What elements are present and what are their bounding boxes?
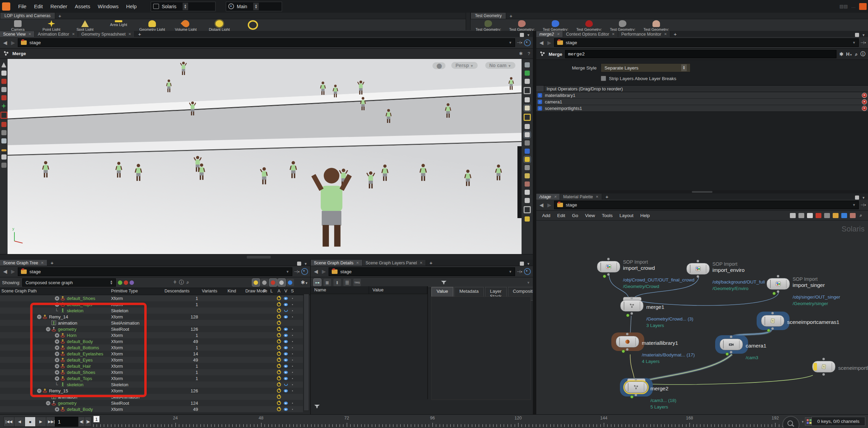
stage-graph-icon[interactable] (130, 280, 134, 285)
secure-selection-icon[interactable] (1, 71, 7, 76)
expand-icon[interactable]: + (55, 407, 59, 412)
param-forward-button[interactable]: ▶ (546, 40, 552, 46)
shelf-tool-distant-light[interactable]: Distant Light (204, 20, 235, 32)
info-toggle-icon[interactable] (286, 279, 294, 286)
stop-button[interactable]: ■ (25, 417, 36, 427)
node-input-port[interactable] (635, 378, 637, 381)
network-back-button[interactable]: ◀ (538, 202, 545, 208)
proxy-toggle-icon[interactable] (261, 279, 268, 286)
expand-icon[interactable]: + (55, 376, 59, 381)
activation-icon[interactable] (277, 389, 281, 393)
visibility-eye-icon[interactable] (284, 340, 288, 343)
net-image-icon[interactable] (841, 213, 847, 218)
node-output-port[interactable] (626, 348, 628, 351)
node-output-port[interactable] (631, 312, 633, 315)
visibility-eye-icon[interactable] (284, 365, 288, 368)
shelf-tool-camera[interactable]: Camera (2, 20, 34, 32)
pane-maximize-icon[interactable] (297, 262, 301, 266)
layer-tool-icon[interactable] (1, 154, 7, 160)
details-filter-funnel-icon[interactable] (441, 281, 447, 284)
tree-header-l[interactable]: L (270, 289, 273, 293)
pane-menu-icon[interactable]: ▼ (304, 262, 307, 266)
selectable-dot-icon[interactable] (292, 329, 293, 330)
menu-render[interactable]: Render (47, 0, 71, 13)
details-col-value[interactable]: Value (369, 286, 427, 294)
camera-pill[interactable]: No cam ▼ (485, 62, 515, 69)
tree-row-default-bottoms-8[interactable]: +default_BottomsXform1 (0, 344, 303, 351)
shelf-tool-spot-light[interactable]: Spot Light (69, 20, 101, 32)
tree-info-icon[interactable]: ⓘ (179, 279, 184, 286)
alert-icon[interactable] (859, 3, 867, 10)
desktop-selector-spinner[interactable]: ▲▼ (183, 3, 188, 10)
camera-view-icon[interactable] (525, 165, 530, 170)
visibility-eye-icon[interactable] (284, 371, 288, 374)
net-menu-help[interactable]: Help (637, 211, 653, 220)
visibility-eye-icon[interactable] (284, 334, 288, 337)
node-input-port[interactable] (777, 275, 779, 277)
pane-maximize-icon[interactable] (520, 262, 524, 266)
details-trs-icon[interactable]: TRS (353, 279, 361, 286)
selectable-dot-icon[interactable] (292, 409, 293, 410)
stamp-tool-icon[interactable] (1, 163, 7, 168)
tab-close-icon[interactable]: ✕ (557, 32, 559, 36)
no-snap-icon[interactable] (524, 87, 531, 94)
visibility-eye-icon[interactable] (284, 402, 288, 405)
net-menu-layout[interactable]: Layout (616, 211, 637, 220)
tree-row-default-hair-11[interactable]: +default_HairXform1 (0, 363, 303, 369)
tab-close-icon[interactable]: ✕ (664, 32, 667, 36)
tree-row-animation-16[interactable]: animationSkelAnimation (0, 394, 303, 400)
render-view-icon[interactable] (525, 190, 530, 195)
net-bundle-icon[interactable] (850, 213, 856, 218)
tab-scene-graph-layers-panel[interactable]: Scene Graph Layers Panel✕ (363, 260, 426, 266)
tree-row-default-eyelashes-9[interactable]: +default_EyelashesXform14 (0, 351, 303, 357)
camera-lock-pill[interactable]: ⬤ (432, 62, 445, 69)
snap-grid-icon[interactable] (0, 112, 8, 119)
node-body[interactable] (597, 261, 620, 273)
tree-row-geometry-17[interactable]: −geometrySkelRoot124 (0, 400, 303, 406)
more-icon[interactable]: … (851, 4, 856, 9)
shelf-tool-volume-light[interactable]: Volume Light (170, 20, 201, 32)
tree-row-default-body-7[interactable]: +default_BodyXform49 (0, 338, 303, 344)
new-tab-button[interactable]: + (602, 194, 612, 200)
tab-animation-editor[interactable]: Animation Editor✕ (35, 31, 78, 37)
selectable-dot-icon[interactable] (292, 403, 293, 404)
activation-icon[interactable] (277, 364, 281, 368)
tab-close-icon[interactable]: ✕ (612, 32, 615, 36)
node-output-port[interactable] (730, 351, 732, 353)
shelf-splitter[interactable] (466, 13, 470, 30)
viewport-hscrollbar[interactable] (0, 254, 533, 260)
activation-icon[interactable] (277, 345, 281, 350)
object-types-icon[interactable] (525, 149, 530, 154)
net-menu-tools[interactable]: Tools (599, 211, 616, 220)
pane-maximize-icon[interactable] (520, 33, 524, 37)
expand-icon[interactable]: + (55, 339, 59, 344)
selectable-dot-icon[interactable] (292, 316, 293, 317)
activation-icon[interactable] (277, 339, 281, 343)
shelf-tab-lop-lights[interactable]: LOP Lights and Cameras (0, 12, 55, 19)
new-tab-button[interactable]: + (670, 31, 680, 37)
add-camera-icon[interactable] (525, 124, 530, 129)
tree-row-geometry-5[interactable]: −geometrySkelRoot126 (0, 326, 303, 332)
display-options-icon[interactable] (525, 62, 530, 67)
net-sticky-note-icon[interactable] (833, 213, 839, 218)
visibility-eye-icon[interactable] (284, 315, 288, 318)
timeline-ruler[interactable]: 24487296120144168192 (93, 415, 792, 428)
pane-menu-icon[interactable]: ▼ (527, 33, 530, 37)
tab-close-icon[interactable]: ✕ (356, 261, 359, 265)
operator-jump-icon[interactable]: ↑ (538, 93, 542, 98)
activation-toggle-icon[interactable] (252, 279, 260, 286)
input-operator-row-sceneimportlights1[interactable]: ↑sceneimportlights1✕ (536, 105, 868, 112)
tree-row-default-shoes-0[interactable]: +default_ShoesXform1 (0, 295, 303, 301)
operator-delete-icon[interactable]: ✕ (862, 93, 867, 98)
shelf-tool-point-light[interactable]: Point Light (36, 20, 67, 32)
menu-edit[interactable]: Edit (30, 0, 47, 13)
new-tab-button[interactable]: + (135, 31, 145, 37)
network-path-field[interactable]: stage ▼ (554, 201, 859, 209)
composed-graph-icon[interactable] (118, 280, 122, 285)
tree-back-button[interactable]: ◀ (2, 268, 8, 275)
tree-row-default-body-18[interactable]: +default_BodyXform49 (0, 406, 303, 412)
param-back-button[interactable]: ◀ (538, 40, 545, 46)
param-gear-icon[interactable]: ✱ (839, 51, 843, 57)
param-search-icon[interactable]: ⌕ (855, 51, 858, 57)
node-input-port[interactable] (607, 258, 610, 260)
